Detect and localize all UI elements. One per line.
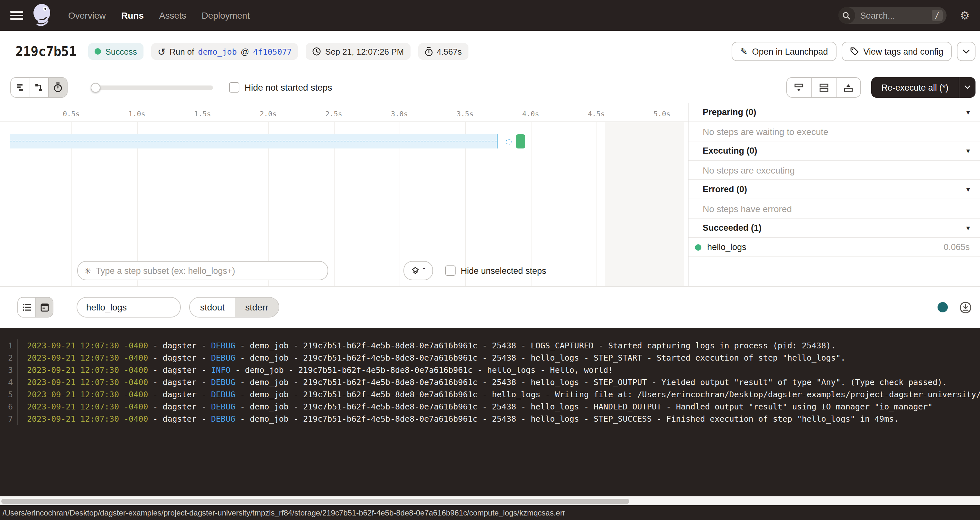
log-view-raw-button[interactable]: [35, 298, 53, 317]
reexecute-split-button: Re-execute all (*): [871, 77, 975, 98]
search-icon: [838, 7, 855, 24]
nav-menu: Overview Runs Assets Deployment: [68, 10, 250, 21]
layers-icon: [411, 266, 420, 275]
at-separator: @: [241, 47, 249, 56]
hide-unselected-checkbox[interactable]: [445, 265, 456, 276]
panel-section-title: Errored (0): [703, 184, 747, 194]
nav-item-runs[interactable]: Runs: [121, 10, 144, 21]
history-icon: ↺: [158, 47, 166, 56]
log-line: 72023-09-21 12:07:30 -0400 - dagster - D…: [0, 413, 980, 425]
hide-not-started-checkbox[interactable]: [229, 82, 239, 93]
commit-link[interactable]: 4f105077: [253, 47, 291, 56]
log-view-list-button[interactable]: [18, 298, 35, 317]
pencil-icon: ✎: [740, 46, 748, 57]
view-waterfall-button[interactable]: [30, 78, 48, 97]
graph-query-toggle-button[interactable]: ˆ: [404, 261, 433, 280]
search-shortcut-badge: /: [932, 10, 943, 21]
gear-icon[interactable]: ⚙: [960, 9, 970, 22]
tag-icon: [850, 47, 859, 56]
scrollbar-thumb[interactable]: [1, 499, 629, 504]
duration-tag: 4.567s: [418, 43, 468, 60]
step-name: hello_logs: [707, 242, 746, 252]
gantt-chart: ✳ Type a step subset (ex: hello_logs+) ˆ…: [0, 122, 688, 286]
slider-knob[interactable]: [91, 82, 100, 92]
panel-split-button[interactable]: [811, 78, 835, 97]
top-nav: Overview Runs Assets Deployment Search..…: [0, 0, 980, 31]
panel-empty-message: No steps have errored: [689, 199, 980, 219]
axis-tick-label: 2.0s: [259, 110, 277, 118]
run-of-label: Run of: [170, 47, 194, 56]
nav-item-assets[interactable]: Assets: [159, 10, 186, 21]
menu-icon[interactable]: [10, 11, 23, 20]
capture-status-dot: [937, 302, 948, 312]
step-waiting-bar: [10, 134, 498, 149]
log-toolbar: hello_logs stdout stderr: [0, 286, 980, 328]
step-duration: 0.065s: [943, 242, 970, 252]
panel-section-header[interactable]: Executing (0)▾: [689, 141, 980, 161]
log-line-number: 5: [0, 388, 13, 400]
chevron-up-icon: ˆ: [423, 267, 425, 274]
log-filter-input[interactable]: hello_logs: [76, 297, 181, 317]
panel-layout-toggle: [786, 77, 861, 98]
status-badge: Success: [88, 43, 143, 60]
log-line-text: 2023-09-21 12:07:30 -0400 - dagster - DE…: [18, 352, 845, 364]
slider-track[interactable]: [92, 85, 213, 90]
reexecute-menu-button[interactable]: [959, 77, 975, 98]
status-label: Success: [105, 47, 137, 56]
step-status-panel: Preparing (0)▾No steps are waiting to ex…: [688, 103, 980, 286]
gantt-toolbar: Hide not started steps Re-execute all (*…: [0, 72, 980, 103]
log-line-number: 1: [0, 339, 13, 352]
panel-section-title: Executing (0): [703, 146, 757, 155]
axis-tick-label: 1.0s: [128, 110, 145, 118]
log-line: 12023-09-21 12:07:30 -0400 - dagster - D…: [0, 339, 980, 352]
chevron-down-icon: ▾: [966, 186, 970, 193]
panel-section-header[interactable]: Preparing (0)▾: [689, 103, 980, 122]
log-file-path: /Users/erincochran/Desktop/dagster-examp…: [3, 508, 565, 517]
log-line: 52023-09-21 12:07:30 -0400 - dagster - D…: [0, 388, 980, 400]
panel-collapse-bottom-button[interactable]: [787, 78, 811, 97]
log-line-number: 2: [0, 352, 13, 364]
panel-expand-top-button[interactable]: [835, 78, 860, 97]
view-tags-button[interactable]: View tags and config: [842, 42, 952, 61]
view-timer-button[interactable]: [48, 78, 67, 97]
panel-empty-message: No steps are executing: [689, 161, 980, 180]
view-flat-button[interactable]: [11, 78, 30, 97]
open-launchpad-button[interactable]: ✎ Open in Launchpad: [732, 42, 836, 61]
step-subset-row: ✳ Type a step subset (ex: hello_logs+) ˆ…: [0, 258, 688, 286]
search-input[interactable]: Search... /: [838, 7, 947, 24]
axis-tick-label: 4.0s: [522, 110, 539, 118]
panel-section-header[interactable]: Errored (0)▾: [689, 180, 980, 199]
log-line-number: 3: [0, 364, 13, 376]
reexecute-all-button[interactable]: Re-execute all (*): [871, 82, 959, 92]
panel-section-header[interactable]: Succeeded (1)▾: [689, 219, 980, 238]
success-dot-icon: [94, 48, 101, 55]
step-subset-input[interactable]: ✳ Type a step subset (ex: hello_logs+): [77, 261, 328, 280]
nav-item-overview[interactable]: Overview: [68, 10, 106, 21]
step-execution-bar[interactable]: [516, 134, 525, 149]
succeeded-step-row[interactable]: hello_logs0.065s: [689, 238, 980, 257]
step-subset-placeholder: Type a step subset (ex: hello_logs+): [96, 266, 235, 276]
dagster-run-page: Overview Runs Assets Deployment Search..…: [0, 0, 980, 520]
dagster-logo-icon[interactable]: [32, 3, 54, 28]
download-icon[interactable]: [959, 301, 972, 313]
log-path-statusbar: /Users/erincochran/Desktop/dagster-examp…: [0, 505, 980, 520]
duration-label: 4.567s: [437, 47, 462, 56]
axis-tick-label: 3.5s: [457, 110, 474, 118]
hide-not-started-label: Hide not started steps: [245, 82, 332, 93]
op-selector-icon: ✳: [84, 266, 91, 276]
axis-tick-label: 2.5s: [325, 110, 342, 118]
timestamp-label: Sep 21, 12:07:26 PM: [325, 47, 404, 56]
gantt-zoom-slider[interactable]: [92, 82, 213, 92]
panel-section-title: Preparing (0): [703, 107, 756, 117]
tab-stdout[interactable]: stdout: [190, 298, 235, 317]
nav-item-deployment[interactable]: Deployment: [202, 10, 250, 21]
more-run-actions-button[interactable]: [957, 42, 975, 61]
log-line: 42023-09-21 12:07:30 -0400 - dagster - D…: [0, 376, 980, 388]
chevron-down-icon: [963, 49, 970, 54]
tab-stderr[interactable]: stderr: [235, 298, 278, 317]
gantt-view-toggle: [10, 77, 68, 98]
axis-tick-label: 3.0s: [391, 110, 408, 118]
chevron-down-icon: ▾: [966, 224, 970, 231]
job-link[interactable]: demo_job: [198, 47, 237, 56]
log-line-text: 2023-09-21 12:07:30 -0400 - dagster - DE…: [18, 388, 980, 400]
